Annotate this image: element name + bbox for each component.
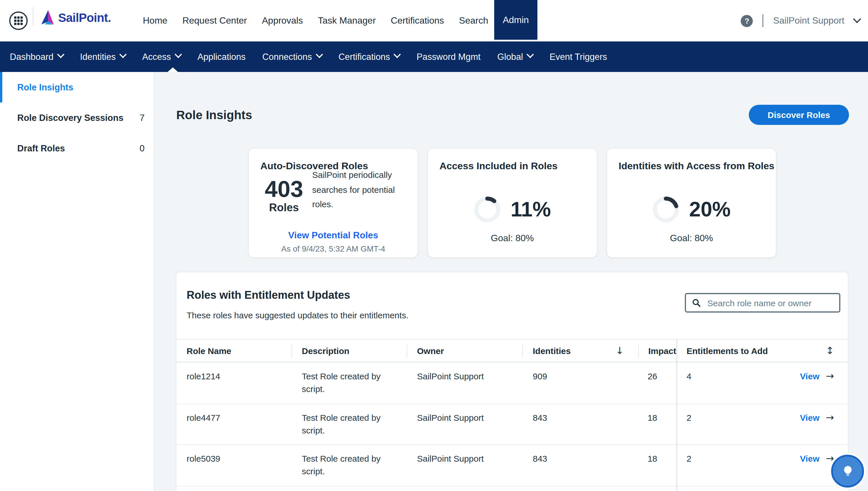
discover-roles-button[interactable]: Discover Roles (749, 105, 849, 125)
sidebar-item-role-discovery-sessions[interactable]: Role Discovery Sessions 7 (0, 103, 154, 133)
roles-entitlement-updates-panel: Roles with Entitlement Updates These rol… (176, 272, 848, 491)
active-nav-pointer (168, 67, 178, 72)
as-of-timestamp: As of 9/4/23, 5:32 AM GMT-4 (249, 244, 418, 253)
section-title: Roles with Entitlement Updates (187, 289, 350, 301)
nav-admin-active-tab[interactable]: Admin (494, 0, 537, 40)
cell-impact: 26 (638, 363, 676, 404)
frozen-column-divider (676, 339, 677, 491)
view-link[interactable]: View (800, 453, 820, 465)
account-chevron-down-icon[interactable] (853, 15, 861, 23)
col-owner[interactable]: Owner (407, 346, 523, 355)
adminnav-global[interactable]: Global (497, 52, 533, 62)
help-icon[interactable]: ? (741, 15, 753, 27)
cell-description: Test Role created by script. (291, 404, 407, 444)
column-separator (523, 345, 523, 358)
logo-wordmark: SailPoint. (58, 11, 111, 25)
chevron-down-icon (119, 51, 127, 58)
admin-nav-bar: Dashboard Identities Access Applications… (0, 41, 868, 72)
adminnav-dashboard[interactable]: Dashboard (10, 52, 63, 62)
sidebar-item-draft-roles[interactable]: Draft Roles 0 (0, 133, 154, 164)
adminnav-identities[interactable]: Identities (80, 52, 125, 62)
top-header: SailPoint. Home Request Center Approvals… (0, 0, 868, 41)
account-name[interactable]: SailPoint Support (773, 16, 844, 26)
card-title: Identities with Access from Roles (619, 161, 775, 172)
col-identities[interactable]: Identities ↓ (523, 345, 638, 356)
section-subtitle: These roles have suggested updates to th… (187, 310, 409, 320)
table-body: role1214 Test Role created by script. Sa… (176, 363, 848, 486)
lightbulb-icon (841, 464, 855, 478)
donut-gauge-icon (652, 196, 680, 223)
cell-description: Test Role created by script. (291, 445, 407, 486)
nav-approvals[interactable]: Approvals (262, 16, 303, 26)
adminnav-password-mgmt[interactable]: Password Mgmt (416, 52, 480, 62)
card-description: SailPoint periodically searches for pote… (312, 168, 405, 211)
table-header-row: Role Name Description Owner Identities ↓… (176, 339, 848, 363)
arrow-right-icon[interactable]: → (826, 411, 834, 424)
gauge-goal: Goal: 80% (607, 233, 776, 243)
entitlements-count: 2 (687, 453, 692, 486)
app-launcher-button[interactable] (9, 11, 28, 30)
cell-impact: 18 (638, 445, 676, 486)
chevron-down-icon (57, 51, 64, 58)
table-row[interactable]: role5039 Test Role created by script. Sa… (176, 445, 848, 486)
search-input[interactable] (706, 297, 834, 308)
sailpoint-logo[interactable]: SailPoint. (40, 9, 111, 26)
donut-gauge-icon (474, 196, 501, 223)
col-description[interactable]: Description (291, 346, 407, 355)
adminnav-event-triggers[interactable]: Event Triggers (550, 52, 607, 62)
cell-entitlements: 4 View→ (676, 363, 848, 404)
column-separator (407, 345, 407, 358)
adminnav-access[interactable]: Access (142, 52, 181, 62)
adminnav-connections[interactable]: Connections (262, 52, 322, 62)
col-impact[interactable]: Impact (638, 346, 676, 355)
col-role-name[interactable]: Role Name (176, 346, 291, 355)
app-root: SailPoint. Home Request Center Approvals… (0, 0, 868, 491)
help-fab-button[interactable] (831, 455, 864, 488)
count-badge: 7 (140, 113, 145, 123)
sort-descending-icon[interactable]: ↓ (616, 345, 624, 356)
nav-certifications[interactable]: Certifications (391, 16, 444, 26)
nav-request-center[interactable]: Request Center (182, 16, 247, 26)
cell-entitlements: 2 View→ (676, 445, 848, 486)
chevron-down-icon (174, 51, 182, 58)
arrow-right-icon[interactable]: → (826, 453, 834, 465)
col-entitlements-to-add[interactable]: Entitlements to Add ↕ (676, 345, 848, 356)
view-link[interactable]: View (800, 411, 820, 424)
cell-role-name: role1214 (176, 363, 291, 404)
table-row[interactable]: role1214 Test Role created by script. Sa… (176, 363, 848, 404)
gauge-group: 11% (428, 196, 597, 223)
view-link[interactable]: View (800, 370, 820, 382)
header-divider (33, 7, 33, 26)
cell-identities: 843 (523, 445, 638, 486)
cell-role-name: role5039 (176, 445, 291, 486)
chevron-down-icon (527, 51, 534, 58)
search-icon (692, 298, 701, 307)
primary-nav: Home Request Center Approvals Task Manag… (143, 0, 488, 41)
entitlements-count: 2 (687, 411, 692, 444)
gauge-group: 20% (607, 196, 776, 223)
column-separator (291, 345, 292, 358)
cell-owner: SailPoint Support (407, 404, 523, 444)
column-separator (638, 345, 639, 358)
nav-home[interactable]: Home (143, 16, 167, 26)
sidebar-item-role-insights[interactable]: Role Insights (0, 72, 154, 103)
sort-updown-icon[interactable]: ↕ (826, 345, 834, 356)
grid-icon (13, 16, 24, 26)
card-auto-discovered-roles: Auto-Discovered Roles 403 Roles SailPoin… (248, 148, 418, 258)
nav-task-manager[interactable]: Task Manager (318, 16, 376, 26)
account-divider (763, 15, 763, 27)
table-row[interactable]: role4477 Test Role created by script. Sa… (176, 404, 848, 445)
cell-entitlements: 2 View→ (676, 404, 848, 444)
role-search-box[interactable] (685, 293, 840, 313)
nav-search[interactable]: Search (459, 16, 488, 26)
cell-identities: 843 (523, 404, 638, 444)
roles-count: 403 (263, 176, 305, 201)
cell-description: Test Role created by script. (291, 363, 407, 404)
header-right-group: ? SailPoint Support (741, 0, 860, 41)
adminnav-applications[interactable]: Applications (198, 52, 246, 62)
view-potential-roles-link[interactable]: View Potential Roles (249, 230, 418, 240)
adminnav-certifications[interactable]: Certifications (338, 52, 400, 62)
card-access-included-in-roles: Access Included in Roles 11% Goal: 80% (427, 148, 597, 258)
arrow-right-icon[interactable]: → (826, 370, 834, 382)
roles-count-unit: Roles (263, 201, 305, 214)
